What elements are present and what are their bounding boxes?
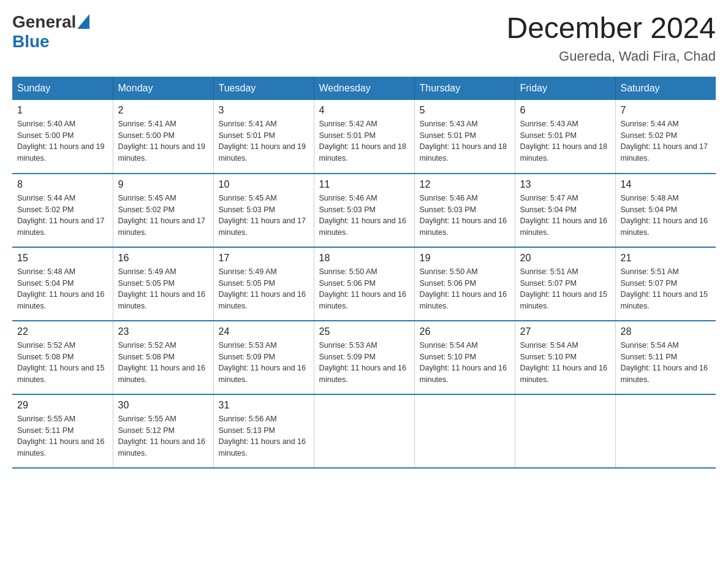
day-number: 8 xyxy=(17,179,108,190)
logo-triangle-icon xyxy=(77,14,89,29)
day-number: 10 xyxy=(219,179,309,190)
day-info: Sunrise: 5:43 AMSunset: 5:01 PMDaylight:… xyxy=(520,118,610,164)
calendar-cell xyxy=(414,394,515,468)
day-number: 20 xyxy=(520,253,610,264)
calendar-cell: 15 Sunrise: 5:48 AMSunset: 5:04 PMDaylig… xyxy=(12,247,113,321)
day-number: 4 xyxy=(319,105,409,116)
calendar-cell: 14 Sunrise: 5:48 AMSunset: 5:04 PMDaylig… xyxy=(615,174,716,247)
calendar-cell: 31 Sunrise: 5:56 AMSunset: 5:13 PMDaylig… xyxy=(213,394,314,468)
header-thursday: Thursday xyxy=(414,77,515,100)
calendar-cell: 29 Sunrise: 5:55 AMSunset: 5:11 PMDaylig… xyxy=(12,394,113,468)
calendar-cell: 9 Sunrise: 5:45 AMSunset: 5:02 PMDayligh… xyxy=(113,174,213,247)
day-info: Sunrise: 5:56 AMSunset: 5:13 PMDaylight:… xyxy=(219,413,309,459)
day-number: 19 xyxy=(420,253,510,264)
calendar-cell: 4 Sunrise: 5:42 AMSunset: 5:01 PMDayligh… xyxy=(314,100,414,174)
day-info: Sunrise: 5:46 AMSunset: 5:03 PMDaylight:… xyxy=(420,193,510,239)
page-header: General Blue December 2024 Guereda, Wadi… xyxy=(12,12,716,64)
day-info: Sunrise: 5:45 AMSunset: 5:03 PMDaylight:… xyxy=(219,193,309,239)
calendar-week-row: 8 Sunrise: 5:44 AMSunset: 5:02 PMDayligh… xyxy=(12,174,716,247)
calendar-cell: 19 Sunrise: 5:50 AMSunset: 5:06 PMDaylig… xyxy=(414,247,515,321)
day-info: Sunrise: 5:42 AMSunset: 5:01 PMDaylight:… xyxy=(319,118,409,164)
day-info: Sunrise: 5:46 AMSunset: 5:03 PMDaylight:… xyxy=(319,193,409,239)
day-number: 3 xyxy=(219,105,309,116)
day-info: Sunrise: 5:44 AMSunset: 5:02 PMDaylight:… xyxy=(17,193,108,239)
day-info: Sunrise: 5:52 AMSunset: 5:08 PMDaylight:… xyxy=(17,340,108,386)
day-number: 25 xyxy=(319,326,409,337)
calendar-cell: 26 Sunrise: 5:54 AMSunset: 5:10 PMDaylig… xyxy=(414,321,515,394)
day-info: Sunrise: 5:48 AMSunset: 5:04 PMDaylight:… xyxy=(621,193,711,239)
calendar-cell: 25 Sunrise: 5:53 AMSunset: 5:09 PMDaylig… xyxy=(314,321,414,394)
calendar-cell: 7 Sunrise: 5:44 AMSunset: 5:02 PMDayligh… xyxy=(615,100,716,174)
day-number: 14 xyxy=(621,179,711,190)
day-info: Sunrise: 5:53 AMSunset: 5:09 PMDaylight:… xyxy=(219,340,309,386)
day-number: 7 xyxy=(621,105,711,116)
calendar-cell: 17 Sunrise: 5:49 AMSunset: 5:05 PMDaylig… xyxy=(213,247,314,321)
day-number: 28 xyxy=(621,326,711,337)
day-number: 5 xyxy=(420,105,510,116)
header-friday: Friday xyxy=(515,77,615,100)
title-section: December 2024 Guereda, Wadi Fira, Chad xyxy=(506,12,716,64)
day-number: 6 xyxy=(520,105,610,116)
day-number: 11 xyxy=(319,179,409,190)
day-info: Sunrise: 5:50 AMSunset: 5:06 PMDaylight:… xyxy=(420,266,510,312)
day-info: Sunrise: 5:54 AMSunset: 5:10 PMDaylight:… xyxy=(520,340,610,386)
location-title: Guereda, Wadi Fira, Chad xyxy=(506,48,716,64)
day-number: 22 xyxy=(17,326,108,337)
day-number: 18 xyxy=(319,253,409,264)
header-wednesday: Wednesday xyxy=(314,77,414,100)
calendar-cell: 27 Sunrise: 5:54 AMSunset: 5:10 PMDaylig… xyxy=(515,321,615,394)
calendar-cell: 6 Sunrise: 5:43 AMSunset: 5:01 PMDayligh… xyxy=(515,100,615,174)
day-number: 24 xyxy=(219,326,309,337)
day-info: Sunrise: 5:45 AMSunset: 5:02 PMDaylight:… xyxy=(118,193,208,239)
calendar-cell: 16 Sunrise: 5:49 AMSunset: 5:05 PMDaylig… xyxy=(113,247,213,321)
day-info: Sunrise: 5:55 AMSunset: 5:11 PMDaylight:… xyxy=(17,413,108,459)
calendar-cell: 21 Sunrise: 5:51 AMSunset: 5:07 PMDaylig… xyxy=(615,247,716,321)
calendar-cell: 30 Sunrise: 5:55 AMSunset: 5:12 PMDaylig… xyxy=(113,394,213,468)
calendar-cell: 13 Sunrise: 5:47 AMSunset: 5:04 PMDaylig… xyxy=(515,174,615,247)
calendar-cell xyxy=(314,394,414,468)
logo-general: General xyxy=(12,12,76,32)
day-number: 15 xyxy=(17,253,108,264)
calendar-cell: 2 Sunrise: 5:41 AMSunset: 5:00 PMDayligh… xyxy=(113,100,213,174)
day-info: Sunrise: 5:47 AMSunset: 5:04 PMDaylight:… xyxy=(520,193,610,239)
svg-marker-0 xyxy=(77,14,89,29)
calendar-week-row: 15 Sunrise: 5:48 AMSunset: 5:04 PMDaylig… xyxy=(12,247,716,321)
day-number: 29 xyxy=(17,400,108,411)
day-info: Sunrise: 5:43 AMSunset: 5:01 PMDaylight:… xyxy=(420,118,510,164)
calendar-header-row: SundayMondayTuesdayWednesdayThursdayFrid… xyxy=(12,77,716,100)
calendar-cell: 8 Sunrise: 5:44 AMSunset: 5:02 PMDayligh… xyxy=(12,174,113,247)
header-tuesday: Tuesday xyxy=(213,77,314,100)
calendar-cell xyxy=(615,394,716,468)
day-number: 31 xyxy=(219,400,309,411)
day-number: 23 xyxy=(118,326,208,337)
calendar-cell: 10 Sunrise: 5:45 AMSunset: 5:03 PMDaylig… xyxy=(213,174,314,247)
day-info: Sunrise: 5:55 AMSunset: 5:12 PMDaylight:… xyxy=(118,413,208,459)
calendar-week-row: 22 Sunrise: 5:52 AMSunset: 5:08 PMDaylig… xyxy=(12,321,716,394)
calendar-table: SundayMondayTuesdayWednesdayThursdayFrid… xyxy=(12,77,716,469)
day-number: 17 xyxy=(219,253,309,264)
header-monday: Monday xyxy=(113,77,213,100)
calendar-cell: 23 Sunrise: 5:52 AMSunset: 5:08 PMDaylig… xyxy=(113,321,213,394)
day-info: Sunrise: 5:52 AMSunset: 5:08 PMDaylight:… xyxy=(118,340,208,386)
day-number: 12 xyxy=(420,179,510,190)
day-number: 2 xyxy=(118,105,208,116)
calendar-cell xyxy=(515,394,615,468)
day-info: Sunrise: 5:48 AMSunset: 5:04 PMDaylight:… xyxy=(17,266,108,312)
day-number: 9 xyxy=(118,179,208,190)
day-info: Sunrise: 5:41 AMSunset: 5:01 PMDaylight:… xyxy=(219,118,309,164)
calendar-cell: 22 Sunrise: 5:52 AMSunset: 5:08 PMDaylig… xyxy=(12,321,113,394)
month-title: December 2024 xyxy=(506,12,716,45)
day-info: Sunrise: 5:54 AMSunset: 5:11 PMDaylight:… xyxy=(621,340,711,386)
calendar-cell: 5 Sunrise: 5:43 AMSunset: 5:01 PMDayligh… xyxy=(414,100,515,174)
day-number: 30 xyxy=(118,400,208,411)
calendar-cell: 20 Sunrise: 5:51 AMSunset: 5:07 PMDaylig… xyxy=(515,247,615,321)
calendar-cell: 1 Sunrise: 5:40 AMSunset: 5:00 PMDayligh… xyxy=(12,100,113,174)
day-info: Sunrise: 5:50 AMSunset: 5:06 PMDaylight:… xyxy=(319,266,409,312)
calendar-cell: 3 Sunrise: 5:41 AMSunset: 5:01 PMDayligh… xyxy=(213,100,314,174)
day-info: Sunrise: 5:49 AMSunset: 5:05 PMDaylight:… xyxy=(118,266,208,312)
day-info: Sunrise: 5:44 AMSunset: 5:02 PMDaylight:… xyxy=(621,118,711,164)
calendar-cell: 18 Sunrise: 5:50 AMSunset: 5:06 PMDaylig… xyxy=(314,247,414,321)
day-info: Sunrise: 5:51 AMSunset: 5:07 PMDaylight:… xyxy=(520,266,610,312)
calendar-cell: 24 Sunrise: 5:53 AMSunset: 5:09 PMDaylig… xyxy=(213,321,314,394)
day-number: 21 xyxy=(621,253,711,264)
